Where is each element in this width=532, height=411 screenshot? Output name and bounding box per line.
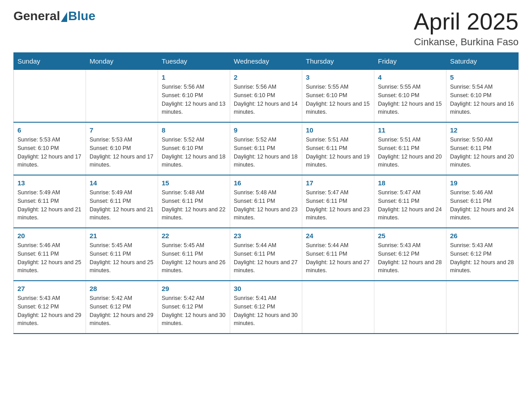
calendar-table: SundayMondayTuesdayWednesdayThursdayFrid… (13, 52, 519, 334)
day-number: 18 (378, 179, 442, 187)
calendar-header: SundayMondayTuesdayWednesdayThursdayFrid… (14, 53, 519, 70)
calendar-cell: 29Sunrise: 5:42 AMSunset: 6:12 PMDayligh… (158, 281, 230, 334)
day-number: 14 (90, 179, 154, 187)
day-number: 4 (378, 73, 442, 81)
calendar-cell (446, 281, 519, 334)
calendar-cell: 4Sunrise: 5:55 AMSunset: 6:10 PMDaylight… (374, 70, 446, 123)
day-number: 23 (234, 232, 298, 240)
day-number: 5 (450, 73, 515, 81)
calendar-cell: 11Sunrise: 5:51 AMSunset: 6:11 PMDayligh… (374, 122, 446, 175)
logo-triangle-icon (61, 12, 67, 22)
calendar-cell: 17Sunrise: 5:47 AMSunset: 6:11 PMDayligh… (302, 175, 374, 228)
weekday-header-monday: Monday (86, 53, 158, 70)
day-info: Sunrise: 5:46 AMSunset: 6:11 PMDaylight:… (17, 241, 82, 275)
day-number: 6 (17, 126, 82, 134)
day-info: Sunrise: 5:49 AMSunset: 6:11 PMDaylight:… (90, 188, 154, 222)
day-number: 21 (90, 232, 154, 240)
day-number: 22 (162, 232, 226, 240)
calendar-cell: 1Sunrise: 5:56 AMSunset: 6:10 PMDaylight… (158, 70, 230, 123)
day-number: 25 (378, 232, 442, 240)
day-info: Sunrise: 5:47 AMSunset: 6:11 PMDaylight:… (378, 188, 442, 222)
calendar-cell (14, 70, 86, 123)
weekday-header-wednesday: Wednesday (230, 53, 302, 70)
calendar-cell: 9Sunrise: 5:52 AMSunset: 6:11 PMDaylight… (230, 122, 302, 175)
day-number: 27 (17, 285, 82, 292)
calendar-cell: 21Sunrise: 5:45 AMSunset: 6:11 PMDayligh… (86, 228, 158, 281)
calendar-cell: 12Sunrise: 5:50 AMSunset: 6:11 PMDayligh… (446, 122, 519, 175)
calendar-cell: 14Sunrise: 5:49 AMSunset: 6:11 PMDayligh… (86, 175, 158, 228)
calendar-week-row: 20Sunrise: 5:46 AMSunset: 6:11 PMDayligh… (14, 228, 519, 281)
calendar-cell (86, 70, 158, 123)
day-info: Sunrise: 5:42 AMSunset: 6:12 PMDaylight:… (90, 294, 154, 328)
day-info: Sunrise: 5:53 AMSunset: 6:10 PMDaylight:… (90, 136, 154, 169)
calendar-cell: 6Sunrise: 5:53 AMSunset: 6:10 PMDaylight… (14, 122, 86, 175)
day-info: Sunrise: 5:44 AMSunset: 6:11 PMDaylight:… (234, 241, 298, 275)
day-info: Sunrise: 5:52 AMSunset: 6:11 PMDaylight:… (234, 136, 298, 169)
calendar-cell: 15Sunrise: 5:48 AMSunset: 6:11 PMDayligh… (158, 175, 230, 228)
day-number: 19 (450, 179, 515, 187)
day-number: 15 (162, 179, 226, 187)
day-number: 28 (90, 285, 154, 292)
day-info: Sunrise: 5:45 AMSunset: 6:11 PMDaylight:… (90, 241, 154, 275)
day-info: Sunrise: 5:42 AMSunset: 6:12 PMDaylight:… (162, 294, 226, 328)
calendar-cell: 8Sunrise: 5:52 AMSunset: 6:10 PMDaylight… (158, 122, 230, 175)
day-number: 10 (306, 126, 370, 134)
calendar-cell: 16Sunrise: 5:48 AMSunset: 6:11 PMDayligh… (230, 175, 302, 228)
day-number: 16 (234, 179, 298, 187)
calendar-cell: 26Sunrise: 5:43 AMSunset: 6:12 PMDayligh… (446, 228, 519, 281)
day-info: Sunrise: 5:52 AMSunset: 6:10 PMDaylight:… (162, 136, 226, 169)
day-number: 30 (234, 285, 298, 292)
day-info: Sunrise: 5:45 AMSunset: 6:11 PMDaylight:… (162, 241, 226, 275)
day-info: Sunrise: 5:47 AMSunset: 6:11 PMDaylight:… (306, 188, 370, 222)
calendar-cell: 22Sunrise: 5:45 AMSunset: 6:11 PMDayligh… (158, 228, 230, 281)
calendar-cell: 24Sunrise: 5:44 AMSunset: 6:11 PMDayligh… (302, 228, 374, 281)
calendar-week-row: 13Sunrise: 5:49 AMSunset: 6:11 PMDayligh… (14, 175, 519, 228)
day-info: Sunrise: 5:51 AMSunset: 6:11 PMDaylight:… (306, 136, 370, 169)
weekday-header-sunday: Sunday (14, 53, 86, 70)
day-number: 24 (306, 232, 370, 240)
day-info: Sunrise: 5:56 AMSunset: 6:10 PMDaylight:… (234, 83, 298, 116)
logo-blue-text: Blue (68, 9, 95, 23)
calendar-cell (374, 281, 446, 334)
day-number: 7 (90, 126, 154, 134)
day-number: 13 (17, 179, 82, 187)
calendar-cell: 3Sunrise: 5:55 AMSunset: 6:10 PMDaylight… (302, 70, 374, 123)
day-info: Sunrise: 5:56 AMSunset: 6:10 PMDaylight:… (162, 83, 226, 116)
day-number: 29 (162, 285, 226, 292)
day-number: 8 (162, 126, 226, 134)
weekday-header-saturday: Saturday (446, 53, 519, 70)
calendar-cell: 19Sunrise: 5:46 AMSunset: 6:11 PMDayligh… (446, 175, 519, 228)
day-info: Sunrise: 5:46 AMSunset: 6:11 PMDaylight:… (450, 188, 515, 222)
calendar-cell: 25Sunrise: 5:43 AMSunset: 6:12 PMDayligh… (374, 228, 446, 281)
calendar-cell: 23Sunrise: 5:44 AMSunset: 6:11 PMDayligh… (230, 228, 302, 281)
day-number: 12 (450, 126, 515, 134)
weekday-header-row: SundayMondayTuesdayWednesdayThursdayFrid… (14, 53, 519, 70)
calendar-cell: 27Sunrise: 5:43 AMSunset: 6:12 PMDayligh… (14, 281, 86, 334)
day-info: Sunrise: 5:43 AMSunset: 6:12 PMDaylight:… (378, 241, 442, 275)
weekday-header-tuesday: Tuesday (158, 53, 230, 70)
day-info: Sunrise: 5:49 AMSunset: 6:11 PMDaylight:… (17, 188, 82, 222)
calendar-body: 1Sunrise: 5:56 AMSunset: 6:10 PMDaylight… (14, 70, 519, 334)
calendar-cell: 10Sunrise: 5:51 AMSunset: 6:11 PMDayligh… (302, 122, 374, 175)
logo-area: General Blue (13, 9, 95, 23)
location-title: Cinkanse, Burkina Faso (414, 36, 519, 48)
day-info: Sunrise: 5:43 AMSunset: 6:12 PMDaylight:… (17, 294, 82, 328)
day-info: Sunrise: 5:53 AMSunset: 6:10 PMDaylight:… (17, 136, 82, 169)
logo: General Blue (13, 9, 95, 23)
day-number: 20 (17, 232, 82, 240)
day-info: Sunrise: 5:55 AMSunset: 6:10 PMDaylight:… (306, 83, 370, 116)
calendar-week-row: 6Sunrise: 5:53 AMSunset: 6:10 PMDaylight… (14, 122, 519, 175)
day-info: Sunrise: 5:48 AMSunset: 6:11 PMDaylight:… (162, 188, 226, 222)
day-info: Sunrise: 5:41 AMSunset: 6:12 PMDaylight:… (234, 294, 298, 328)
day-info: Sunrise: 5:48 AMSunset: 6:11 PMDaylight:… (234, 188, 298, 222)
day-info: Sunrise: 5:55 AMSunset: 6:10 PMDaylight:… (378, 83, 442, 116)
calendar-week-row: 1Sunrise: 5:56 AMSunset: 6:10 PMDaylight… (14, 70, 519, 123)
calendar-cell: 18Sunrise: 5:47 AMSunset: 6:11 PMDayligh… (374, 175, 446, 228)
page-header: General Blue April 2025 Cinkanse, Burkin… (13, 9, 519, 48)
day-info: Sunrise: 5:44 AMSunset: 6:11 PMDaylight:… (306, 241, 370, 275)
weekday-header-friday: Friday (374, 53, 446, 70)
calendar-cell: 7Sunrise: 5:53 AMSunset: 6:10 PMDaylight… (86, 122, 158, 175)
day-number: 2 (234, 73, 298, 81)
calendar-cell: 13Sunrise: 5:49 AMSunset: 6:11 PMDayligh… (14, 175, 86, 228)
calendar-cell: 30Sunrise: 5:41 AMSunset: 6:12 PMDayligh… (230, 281, 302, 334)
